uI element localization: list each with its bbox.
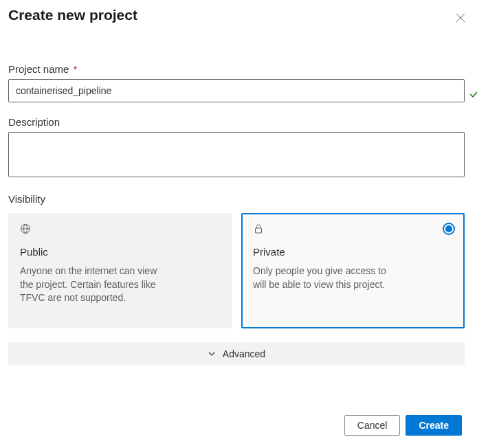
project-name-label-text: Project name [8,63,69,75]
panel-title: Create new project [8,7,137,23]
required-asterisk: * [70,63,77,75]
visibility-option-public[interactable]: Public Anyone on the internet can view t… [8,213,232,328]
visibility-label: Visibility [8,193,472,205]
panel-header: Create new project [8,7,472,29]
visibility-options: Public Anyone on the internet can view t… [8,213,465,328]
close-button[interactable] [450,7,472,29]
description-label: Description [8,116,472,128]
advanced-label: Advanced [223,348,265,359]
visibility-private-title: Private [253,246,453,258]
visibility-public-title: Public [20,246,220,258]
create-project-panel: Create new project Project name * Descri… [0,0,477,448]
advanced-toggle[interactable]: Advanced [8,342,465,366]
description-group: Description [8,116,472,179]
visibility-group: Visibility Public Anyone on the internet… [8,193,472,328]
globe-icon [20,223,220,236]
lock-icon [253,223,453,236]
visibility-option-private[interactable]: Private Only people you give access to w… [241,213,465,328]
visibility-private-desc: Only people you give access to will be a… [253,265,390,291]
footer-actions: Cancel Create [344,415,462,436]
svg-rect-5 [256,228,262,233]
check-icon [469,89,477,101]
description-input[interactable] [8,132,465,177]
visibility-public-desc: Anyone on the internet can view the proj… [20,265,157,305]
radio-selected-icon [443,223,455,235]
create-button[interactable]: Create [406,415,462,436]
project-name-input[interactable] [8,79,465,102]
project-name-label: Project name * [8,63,472,75]
cancel-button[interactable]: Cancel [344,415,401,436]
chevron-down-icon [208,350,216,358]
project-name-group: Project name * [8,63,472,102]
close-icon [456,13,465,23]
